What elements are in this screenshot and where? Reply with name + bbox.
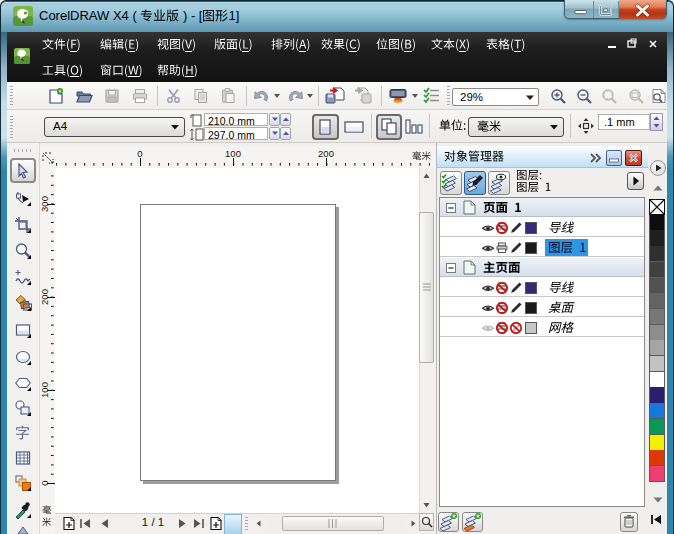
svg-text:300: 300 [39,196,50,212]
svg-text:200: 200 [39,289,50,305]
svg-text:0: 0 [39,480,50,485]
svg-text:100: 100 [39,382,50,398]
